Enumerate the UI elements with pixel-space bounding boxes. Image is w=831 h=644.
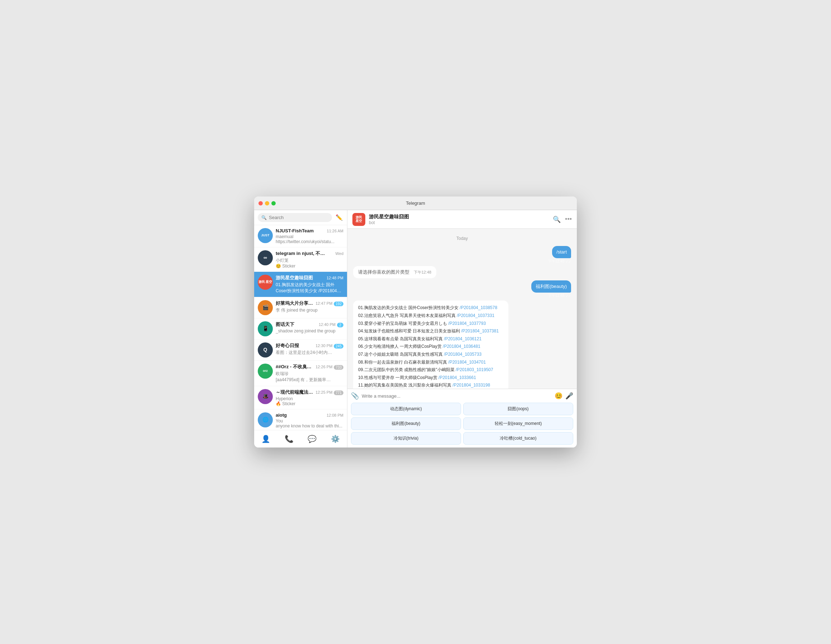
message-row: 01.胸肌发达的美少女战士 国外Coser扮演性转美少女 /P201804_10… [353,300,571,389]
chat-time: 12:25 PM [315,390,332,394]
chat-time: 12:48 PM [326,276,344,280]
chat-name: 游民星空趣味囧图 [276,275,313,281]
contacts-tab[interactable]: 👤 [258,433,273,445]
close-button[interactable] [258,201,263,206]
chat-header-info: 游民星空趣味囧图 bot [369,214,549,225]
message-time: 下午12:48 [414,270,431,274]
chat-list-item[interactable]: Q 好奇心日报 12:30 PM 看图：这里是过去24小时内发生的重要的事 每天… [254,340,347,361]
calls-tab[interactable]: 📞 [282,433,296,445]
message-text: /start [556,249,567,255]
chat-list-item[interactable]: 游民 星空 游民星空趣味囧图 12:48 PM 01.胸肌发达的美少女战士 国外… [254,272,347,297]
bot-button-easy[interactable]: 轻松一刻(easy_moment) [463,418,573,430]
check-icon: ✓✓ [565,294,571,298]
bot-buttons: 动态图(dynamic)囧图(oops)福利图(beauty)轻松一刻(easy… [351,403,573,445]
list-item: 10.性感与可爱并存 一周大师级CosPlay赏 /P201804_103366… [358,374,503,382]
message-time: 下午12:48 [548,259,564,264]
list-link[interactable]: /P201804_1033198 [452,383,490,387]
list-bubble: 01.胸肌发达的美少女战士 国外Coser扮演性转美少女 /P201804_10… [353,300,508,389]
chat-preview: Youanyone know how to deal with thi... [276,418,344,429]
search-input[interactable] [269,215,328,220]
chat-name: NJUST-FishTeam [276,228,314,233]
chat-time: 12:08 PM [326,413,344,418]
avatar: JUST [258,228,273,243]
minimize-button[interactable] [265,201,269,206]
chat-header-avatar: 游民星空 [352,213,365,226]
list-link[interactable]: /P201804_1035733 [444,352,481,357]
message-row: /start 下午12:48 ✓✓ [353,246,571,264]
search-box[interactable]: 🔍 [258,213,332,222]
chat-time: 12:30 PM [315,344,332,348]
compose-button[interactable]: ✏️ [335,214,344,222]
list-item: 07.这个小姐姐太吸睛 岛国写真美女性感写真 /P201804_1035733 [358,351,503,359]
list-link[interactable]: /P201804_1034701 [448,360,486,365]
list-link[interactable]: /P201804_1037793 [448,321,486,326]
chat-area: 游民星空 游民星空趣味囧图 bot 🔍 ••• Today /start [347,210,577,448]
titlebar: Telegram [254,196,577,210]
message-input[interactable] [362,393,552,399]
avatar: orz [258,363,273,379]
settings-tab[interactable]: ⚙️ [328,433,343,445]
avatar: 🎬 [258,300,273,315]
chat-info: 图话天下 12:40 PM _shadow zeng joined the gr… [276,321,336,333]
avatar: Q [258,343,273,357]
chat-name: 好奇心日报 [276,343,299,349]
list-link[interactable]: /P201804_1033661 [438,375,476,380]
emoji-button[interactable]: 😊 [555,392,562,400]
badge: 245 [334,344,344,349]
badge: 771 [334,391,344,395]
chat-time: Wed [336,251,344,256]
chat-preview: 看图：这里是过去24小时内发生的重要的事 每天我们都会搞... [276,350,332,356]
chat-list-item[interactable]: orz ##Orz - 不收臭钱的... 12:26 PM 欧瑞珍[aa4479… [254,361,347,386]
chat-list-item[interactable]: 🎬 好莱坞大片分享交流 12:47 PM 李 伟 joined the grou… [254,297,347,319]
list-link[interactable]: /P201803_1019507 [456,367,493,372]
list-link[interactable]: /P201804_1037381 [461,328,499,333]
chats-tab[interactable]: 💬 [305,433,319,445]
message-text: 请选择你喜欢的图片类型 [358,269,409,275]
chat-info: 游民星空趣味囧图 12:48 PM 01.胸肌发达的美少女战士 国外Coser扮… [276,275,344,294]
message-row: 请选择你喜欢的图片类型 下午12:48 [353,266,571,278]
chat-list-item[interactable]: 🎩 ～现代前端魔法部～ 12:25 PM Hyperion🔥 Sticker 7… [254,386,347,410]
chat-info: 好奇心日报 12:30 PM 看图：这里是过去24小时内发生的重要的事 每天我们… [276,343,332,356]
chat-list-item[interactable]: ∞ telegram in njust, 不抛弃... Wed 小灯笼😊 Sti… [254,247,347,272]
chat-list-item[interactable]: JUST NJUST-FishTeam 11:26 AM maemualhttp… [254,225,347,247]
bot-button-oops[interactable]: 囧图(oops) [463,403,573,415]
list-item: 03.爱穿小裙子的宝岛萌妹 可爱美少女霜月しも /P201804_1037793 [358,320,503,328]
badge: 192 [334,301,344,306]
chat-list-item[interactable]: 📱 图话天下 12:40 PM _shadow zeng joined the … [254,319,347,340]
more-options-button[interactable]: ••• [565,215,572,223]
bot-button-cold[interactable]: 冷吐槽(cold_tucao) [463,432,573,445]
message-bubble: 福利图(beauty) [531,281,571,293]
chat-header-name: 游民星空趣味囧图 [369,214,549,220]
list-link[interactable]: /P201804_1036481 [443,344,481,349]
chat-info: telegram in njust, 不抛弃... Wed 小灯笼😊 Stick… [276,250,344,269]
chat-info: aiotg 12:08 PM Youanyone know how to dea… [276,412,344,429]
search-chat-button[interactable]: 🔍 [553,215,561,223]
chat-preview: Hyperion🔥 Sticker [276,396,332,406]
input-row: 📎 😊 🎤 [351,392,573,400]
chat-preview: 01.胸肌发达的美少女战士 国外Coser扮演性转美少女 /P201804_1.… [276,282,344,294]
chat-list-item[interactable]: 🌐 aiotg 12:08 PM Youanyone know how to d… [254,410,347,430]
message-meta: 下午12:48 ✓✓ [548,259,571,264]
maximize-button[interactable] [271,201,276,206]
list-item: 11.她的写真集在美国热卖 浅川梨奈火爆福利写真 /P201804_103319… [358,381,503,389]
chat-name: 好莱坞大片分享交流 [276,300,315,306]
list-item: 09.二次元团队中的另类 成熟性感的"娘娘"小嶋阳菜 /P201803_1019… [358,366,503,374]
chat-time: 12:47 PM [315,301,332,306]
chat-info: 好莱坞大片分享交流 12:47 PM 李 伟 joined the group [276,300,332,313]
list-link[interactable]: /P201804_1037331 [457,313,494,318]
chat-name: 图话天下 [276,321,295,328]
badge: 733 [334,365,344,370]
attach-button[interactable]: 📎 [351,392,359,400]
bot-button-beauty[interactable]: 福利图(beauty) [351,418,461,430]
chat-preview: _shadow zeng joined the group [276,328,336,333]
chat-name: telegram in njust, 不抛弃... [276,250,326,257]
list-item: 05.这球我看着有点晕 岛国写真美女福利写真 /P201804_1036121 [358,335,503,343]
voice-button[interactable]: 🎤 [565,392,573,400]
bot-button-dynamic[interactable]: 动态图(dynamic) [351,403,461,415]
bot-button-trivia[interactable]: 冷知识(trivia) [351,432,461,445]
chat-info: ##Orz - 不收臭钱的... 12:26 PM 欧瑞珍[aa44795xd]… [276,363,332,383]
list-link[interactable]: /P201804_1036121 [444,336,481,341]
chat-preview: maemualhttps://twitter.com/ukyoi/statu..… [276,234,344,244]
list-link[interactable]: /P201804_1038578 [460,305,497,310]
chat-info: ～现代前端魔法部～ 12:25 PM Hyperion🔥 Sticker [276,389,332,406]
